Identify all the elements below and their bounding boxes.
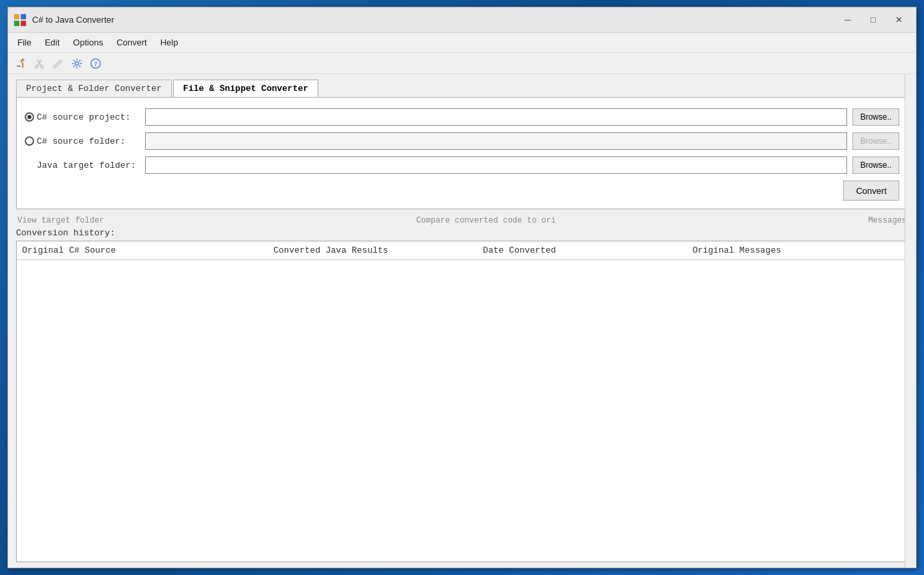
csharp-project-label[interactable]: C# source project: [25,112,145,122]
svg-rect-0 [14,14,19,19]
folder-radio[interactable] [25,136,34,146]
col-original-source: Original C# Source [22,245,273,255]
minimize-button[interactable]: ─ [836,11,860,29]
cut-button[interactable] [31,55,48,72]
svg-point-9 [76,62,79,65]
csharp-folder-label[interactable]: C# source folder: [25,136,145,146]
csharp-project-row: C# source project: Browse.. [25,108,899,126]
browse-java-button[interactable]: Browse.. [852,156,899,174]
menu-help[interactable]: Help [154,35,185,50]
action-links: View target folder Compare converted cod… [16,216,908,225]
settings-button[interactable] [68,55,86,72]
scrollbar[interactable] [905,74,916,568]
view-target-folder-link[interactable]: View target folder [17,216,104,225]
help-icon: ? [90,58,101,69]
svg-rect-3 [21,21,26,26]
col-original-messages: Original Messages [693,245,902,255]
browse-project-button[interactable]: Browse.. [852,108,899,126]
cut-icon [34,58,45,69]
menu-file[interactable]: File [11,35,38,50]
history-table: Original C# Source Converted Java Result… [16,241,908,562]
col-date-converted: Date Converted [483,245,692,255]
tab-project-folder[interactable]: Project & Folder Converter [16,80,172,97]
menu-edit[interactable]: Edit [38,35,66,50]
menu-convert[interactable]: Convert [110,35,154,50]
svg-text:?: ? [94,60,98,68]
form-panel: C# source project: Browse.. C# source fo… [16,97,908,209]
col-converted-results: Converted Java Results [273,245,483,255]
wrench-icon [15,58,26,69]
history-header: Original C# Source Converted Java Result… [17,241,907,260]
close-button[interactable]: ✕ [887,11,911,29]
csharp-project-input[interactable] [145,108,847,126]
svg-rect-4 [17,66,21,67]
toolbar: ? [8,53,916,74]
window-controls: ─ □ ✕ [836,11,911,29]
compare-converted-link[interactable]: Compare converted code to ori [417,216,556,225]
help-button[interactable]: ? [87,55,104,72]
svg-rect-1 [21,14,26,19]
gear-icon [72,58,82,69]
window-title: C# to Java Converter [32,15,836,25]
app-icon [13,13,27,27]
project-radio[interactable] [25,112,34,122]
java-folder-input[interactable] [145,156,847,174]
messages-link[interactable]: Messages [868,216,907,225]
title-bar: C# to Java Converter ─ □ ✕ [8,7,916,33]
pencil-icon [53,58,64,69]
convert-row: Convert [25,181,899,201]
menu-bar: File Edit Options Convert Help [8,33,916,53]
history-body [17,260,907,562]
svg-point-8 [41,66,43,68]
csharp-folder-row: C# source folder: Browse.. [25,132,899,150]
svg-rect-2 [14,21,19,26]
csharp-folder-input[interactable] [145,132,847,150]
svg-point-7 [35,66,38,68]
menu-options[interactable]: Options [66,35,110,50]
pencil-button[interactable] [49,55,67,72]
history-label: Conversion history: [16,228,908,238]
browse-folder-button[interactable]: Browse.. [852,132,899,150]
content-area: Project & Folder Converter File & Snippe… [8,74,916,568]
maximize-button[interactable]: □ [861,11,885,29]
tab-file-snippet[interactable]: File & Snippet Converter [173,80,318,97]
java-folder-row: Java target folder: Browse.. [25,156,899,174]
java-folder-label: Java target folder: [25,160,145,170]
wrench-button[interactable] [12,55,29,72]
tab-bar: Project & Folder Converter File & Snippe… [16,80,908,97]
convert-button[interactable]: Convert [843,181,899,201]
